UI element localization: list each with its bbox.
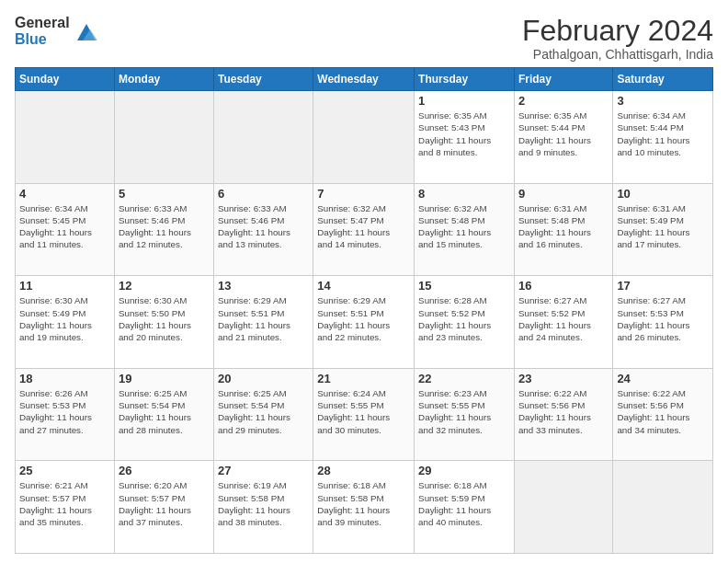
- day-info: Sunrise: 6:26 AM Sunset: 5:53 PM Dayligh…: [19, 387, 110, 436]
- table-row: 7Sunrise: 6:32 AM Sunset: 5:47 PM Daylig…: [313, 183, 415, 276]
- calendar-week-row: 18Sunrise: 6:26 AM Sunset: 5:53 PM Dayli…: [16, 368, 713, 461]
- calendar-header-row: Sunday Monday Tuesday Wednesday Thursday…: [16, 68, 713, 91]
- day-info: Sunrise: 6:27 AM Sunset: 5:53 PM Dayligh…: [617, 294, 709, 343]
- day-number: 21: [317, 372, 410, 385]
- day-number: 18: [19, 372, 110, 385]
- day-number: 25: [19, 464, 110, 477]
- day-info: Sunrise: 6:20 AM Sunset: 5:57 PM Dayligh…: [119, 479, 210, 528]
- table-row: 29Sunrise: 6:18 AM Sunset: 5:59 PM Dayli…: [415, 461, 515, 554]
- day-info: Sunrise: 6:25 AM Sunset: 5:54 PM Dayligh…: [218, 387, 309, 436]
- table-row: 28Sunrise: 6:18 AM Sunset: 5:58 PM Dayli…: [313, 461, 415, 554]
- table-row: 24Sunrise: 6:22 AM Sunset: 5:56 PM Dayli…: [613, 368, 713, 461]
- table-row: [213, 91, 313, 184]
- day-number: 14: [317, 279, 410, 293]
- page: General Blue February 2024 Pathalgoan, C…: [0, 0, 728, 563]
- day-info: Sunrise: 6:18 AM Sunset: 5:59 PM Dayligh…: [418, 479, 510, 528]
- calendar-week-row: 11Sunrise: 6:30 AM Sunset: 5:49 PM Dayli…: [16, 276, 713, 369]
- day-number: 23: [518, 372, 609, 385]
- table-row: [613, 461, 713, 554]
- calendar-week-row: 25Sunrise: 6:21 AM Sunset: 5:57 PM Dayli…: [16, 461, 713, 554]
- table-row: [313, 91, 415, 184]
- table-row: 12Sunrise: 6:30 AM Sunset: 5:50 PM Dayli…: [114, 276, 213, 369]
- table-row: 22Sunrise: 6:23 AM Sunset: 5:55 PM Dayli…: [415, 368, 515, 461]
- subtitle: Pathalgoan, Chhattisgarh, India: [522, 47, 713, 62]
- col-wednesday: Wednesday: [313, 68, 415, 91]
- table-row: 2Sunrise: 6:35 AM Sunset: 5:44 PM Daylig…: [514, 91, 612, 184]
- col-tuesday: Tuesday: [213, 68, 313, 91]
- table-row: 27Sunrise: 6:19 AM Sunset: 5:58 PM Dayli…: [213, 461, 313, 554]
- day-info: Sunrise: 6:33 AM Sunset: 5:46 PM Dayligh…: [218, 202, 309, 251]
- calendar-table: Sunday Monday Tuesday Wednesday Thursday…: [15, 67, 713, 554]
- table-row: [514, 461, 612, 554]
- day-number: 3: [617, 94, 709, 108]
- table-row: 10Sunrise: 6:31 AM Sunset: 5:49 PM Dayli…: [613, 183, 713, 276]
- day-info: Sunrise: 6:29 AM Sunset: 5:51 PM Dayligh…: [218, 294, 309, 343]
- title-block: February 2024 Pathalgoan, Chhattisgarh, …: [522, 15, 713, 62]
- day-number: 6: [218, 187, 309, 201]
- day-number: 1: [418, 94, 510, 108]
- day-number: 26: [119, 464, 210, 477]
- day-number: 8: [418, 187, 510, 201]
- calendar-week-row: 1Sunrise: 6:35 AM Sunset: 5:43 PM Daylig…: [16, 91, 713, 184]
- table-row: 23Sunrise: 6:22 AM Sunset: 5:56 PM Dayli…: [514, 368, 612, 461]
- table-row: 17Sunrise: 6:27 AM Sunset: 5:53 PM Dayli…: [613, 276, 713, 369]
- day-number: 9: [518, 187, 609, 201]
- table-row: 5Sunrise: 6:33 AM Sunset: 5:46 PM Daylig…: [114, 183, 213, 276]
- table-row: 16Sunrise: 6:27 AM Sunset: 5:52 PM Dayli…: [514, 276, 612, 369]
- day-info: Sunrise: 6:27 AM Sunset: 5:52 PM Dayligh…: [518, 294, 609, 343]
- col-thursday: Thursday: [415, 68, 515, 91]
- day-info: Sunrise: 6:33 AM Sunset: 5:46 PM Dayligh…: [119, 202, 210, 251]
- day-number: 15: [418, 279, 510, 293]
- day-number: 10: [617, 187, 709, 201]
- day-number: 22: [418, 372, 510, 385]
- logo-icon: [74, 18, 99, 44]
- day-number: 24: [617, 372, 709, 385]
- day-info: Sunrise: 6:32 AM Sunset: 5:48 PM Dayligh…: [418, 202, 510, 251]
- day-number: 7: [317, 187, 410, 201]
- day-info: Sunrise: 6:29 AM Sunset: 5:51 PM Dayligh…: [317, 294, 410, 343]
- table-row: 1Sunrise: 6:35 AM Sunset: 5:43 PM Daylig…: [415, 91, 515, 184]
- table-row: 6Sunrise: 6:33 AM Sunset: 5:46 PM Daylig…: [213, 183, 313, 276]
- table-row: 25Sunrise: 6:21 AM Sunset: 5:57 PM Dayli…: [16, 461, 115, 554]
- day-info: Sunrise: 6:32 AM Sunset: 5:47 PM Dayligh…: [317, 202, 410, 251]
- table-row: [16, 91, 115, 184]
- day-info: Sunrise: 6:18 AM Sunset: 5:58 PM Dayligh…: [317, 479, 410, 528]
- table-row: 11Sunrise: 6:30 AM Sunset: 5:49 PM Dayli…: [16, 276, 115, 369]
- main-title: February 2024: [522, 15, 713, 47]
- day-info: Sunrise: 6:31 AM Sunset: 5:49 PM Dayligh…: [617, 202, 709, 251]
- day-info: Sunrise: 6:28 AM Sunset: 5:52 PM Dayligh…: [418, 294, 510, 343]
- table-row: 8Sunrise: 6:32 AM Sunset: 5:48 PM Daylig…: [415, 183, 515, 276]
- day-info: Sunrise: 6:24 AM Sunset: 5:55 PM Dayligh…: [317, 387, 410, 436]
- table-row: 14Sunrise: 6:29 AM Sunset: 5:51 PM Dayli…: [313, 276, 415, 369]
- day-number: 20: [218, 372, 309, 385]
- day-number: 12: [119, 279, 210, 293]
- table-row: 26Sunrise: 6:20 AM Sunset: 5:57 PM Dayli…: [114, 461, 213, 554]
- day-info: Sunrise: 6:22 AM Sunset: 5:56 PM Dayligh…: [617, 387, 709, 436]
- logo-blue: Blue: [15, 31, 70, 48]
- day-number: 16: [518, 279, 609, 293]
- day-info: Sunrise: 6:22 AM Sunset: 5:56 PM Dayligh…: [518, 387, 609, 436]
- col-saturday: Saturday: [613, 68, 713, 91]
- table-row: 4Sunrise: 6:34 AM Sunset: 5:45 PM Daylig…: [16, 183, 115, 276]
- table-row: 9Sunrise: 6:31 AM Sunset: 5:48 PM Daylig…: [514, 183, 612, 276]
- table-row: [114, 91, 213, 184]
- day-number: 13: [218, 279, 309, 293]
- day-info: Sunrise: 6:23 AM Sunset: 5:55 PM Dayligh…: [418, 387, 510, 436]
- day-info: Sunrise: 6:30 AM Sunset: 5:49 PM Dayligh…: [19, 294, 110, 343]
- day-number: 29: [418, 464, 510, 477]
- day-info: Sunrise: 6:21 AM Sunset: 5:57 PM Dayligh…: [19, 479, 110, 528]
- logo-text: General Blue: [15, 15, 70, 47]
- day-info: Sunrise: 6:34 AM Sunset: 5:45 PM Dayligh…: [19, 202, 110, 251]
- day-info: Sunrise: 6:34 AM Sunset: 5:44 PM Dayligh…: [617, 109, 709, 158]
- day-number: 27: [218, 464, 309, 477]
- logo: General Blue: [15, 15, 99, 47]
- day-number: 11: [19, 279, 110, 293]
- day-info: Sunrise: 6:19 AM Sunset: 5:58 PM Dayligh…: [218, 479, 309, 528]
- day-info: Sunrise: 6:35 AM Sunset: 5:43 PM Dayligh…: [418, 109, 510, 158]
- table-row: 21Sunrise: 6:24 AM Sunset: 5:55 PM Dayli…: [313, 368, 415, 461]
- day-info: Sunrise: 6:25 AM Sunset: 5:54 PM Dayligh…: [119, 387, 210, 436]
- day-info: Sunrise: 6:31 AM Sunset: 5:48 PM Dayligh…: [518, 202, 609, 251]
- table-row: 15Sunrise: 6:28 AM Sunset: 5:52 PM Dayli…: [415, 276, 515, 369]
- table-row: 13Sunrise: 6:29 AM Sunset: 5:51 PM Dayli…: [213, 276, 313, 369]
- day-number: 2: [518, 94, 609, 108]
